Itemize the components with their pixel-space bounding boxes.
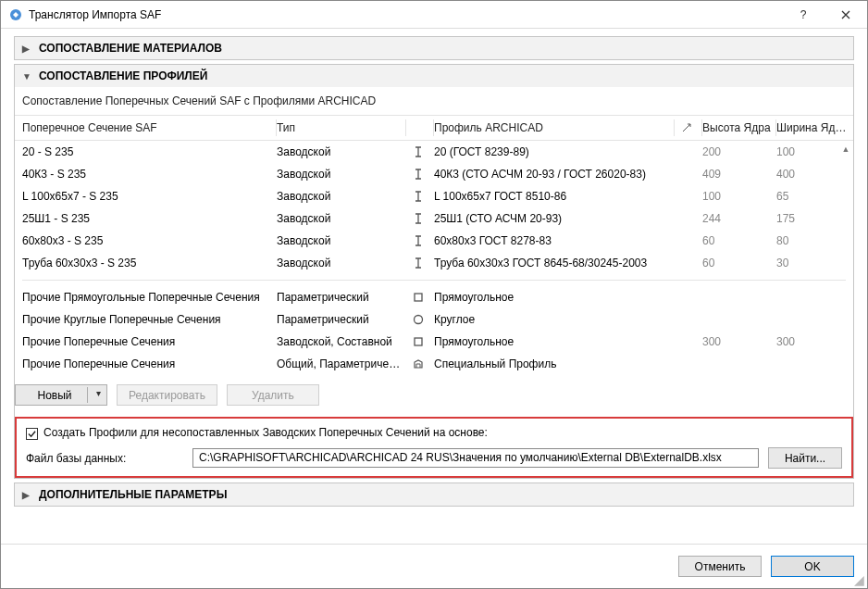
browse-button[interactable]: Найти...: [768, 447, 842, 469]
create-profiles-box: Создать Профили для несопоставленных Зав…: [15, 417, 853, 478]
table-row[interactable]: 20 - S 235Заводской20 (ГОСТ 8239-89)2001…: [22, 141, 846, 163]
profiles-description: Сопоставление Поперечных Сечений SAF с П…: [15, 94, 853, 115]
cell-profile: Круглое: [434, 313, 675, 326]
cell-height: 200: [702, 145, 776, 158]
cell-saf: Прочие Прямоугольные Поперечные Сечения: [22, 291, 277, 304]
cell-type: Заводской: [277, 212, 406, 225]
panel-extra-title: ДОПОЛНИТЕЛЬНЫЕ ПАРАМЕТРЫ: [39, 488, 227, 501]
shape-icon: [406, 291, 434, 304]
cell-height: 244: [702, 212, 776, 225]
delete-button[interactable]: Удалить: [227, 384, 319, 406]
table-row[interactable]: 25Ш1 - S 235Заводской25Ш1 (СТО АСЧМ 20-9…: [22, 207, 846, 230]
ibeam-icon: [406, 212, 434, 225]
cell-width: 65: [776, 190, 850, 203]
cell-profile: Специальный Профиль: [434, 357, 675, 370]
cell-profile: Прямоугольное: [434, 335, 675, 348]
cell-type: Заводской: [277, 145, 406, 158]
col-width[interactable]: Ширина Ядра: [776, 119, 850, 136]
close-button[interactable]: [825, 1, 867, 29]
content-area: ▶ СОПОСТАВЛЕНИЕ МАТЕРИАЛОВ ▼ СОПОСТАВЛЕН…: [14, 36, 854, 538]
scroll-up-icon[interactable]: ▲: [840, 143, 851, 156]
panel-materials: ▶ СОПОСТАВЛЕНИЕ МАТЕРИАЛОВ: [14, 36, 854, 60]
edit-button[interactable]: Редактировать: [117, 384, 217, 406]
cell-width: 30: [776, 257, 850, 269]
table-row[interactable]: 60x80x3 - S 235Заводской60x80x3 ГОСТ 827…: [22, 230, 846, 252]
panel-materials-title: СОПОСТАВЛЕНИЕ МАТЕРИАЛОВ: [39, 42, 222, 55]
cancel-button[interactable]: Отменить: [678, 556, 762, 577]
cell-profile: 60x80x3 ГОСТ 8278-83: [434, 234, 675, 247]
table-row[interactable]: Труба 60x30x3 - S 235ЗаводскойТруба 60x3…: [22, 252, 846, 274]
svg-rect-1: [415, 294, 422, 301]
table-separator: [22, 280, 846, 281]
chevron-right-icon: ▶: [22, 490, 33, 500]
cell-profile: 25Ш1 (СТО АСЧМ 20-93): [434, 212, 675, 225]
ok-button-label: OK: [804, 560, 820, 573]
table-header: Поперечное Сечение SAF Тип Профиль ARCHI…: [15, 115, 853, 141]
panel-materials-header[interactable]: ▶ СОПОСТАВЛЕНИЕ МАТЕРИАЛОВ: [15, 37, 853, 59]
edit-button-label: Редактировать: [129, 389, 205, 402]
cell-height: 60: [702, 234, 776, 247]
cancel-button-label: Отменить: [695, 560, 746, 573]
cell-type: Общий, Параметрический: [277, 357, 406, 370]
table-row[interactable]: Прочие Поперечные СеченияЗаводской, Сост…: [22, 331, 846, 353]
ibeam-icon: [406, 234, 434, 247]
table-row[interactable]: L 100x65x7 - S 235ЗаводскойL 100x65x7 ГО…: [22, 185, 846, 207]
browse-button-label: Найти...: [785, 452, 825, 465]
cell-height: 60: [702, 257, 776, 269]
cell-width: 100: [776, 145, 850, 158]
cell-saf: Прочие Поперечные Сечения: [22, 357, 277, 370]
cell-saf: Труба 60x30x3 - S 235: [22, 257, 277, 269]
ibeam-icon: [406, 190, 434, 203]
svg-point-2: [415, 316, 423, 324]
col-type-icon: [406, 119, 434, 136]
panel-profiles: ▼ СОПОСТАВЛЕНИЕ ПРОФИЛЕЙ Сопоставление П…: [14, 64, 854, 479]
col-saf[interactable]: Поперечное Сечение SAF: [22, 119, 277, 136]
dialog-footer: Отменить OK ◢: [1, 544, 867, 588]
cell-saf: Прочие Круглые Поперечные Сечения: [22, 313, 277, 326]
cell-profile: L 100x65x7 ГОСТ 8510-86: [434, 190, 675, 203]
help-button[interactable]: ?: [782, 1, 825, 29]
shape-icon: [406, 313, 434, 326]
chevron-right-icon: ▶: [22, 44, 33, 54]
panel-extra: ▶ ДОПОЛНИТЕЛЬНЫЕ ПАРАМЕТРЫ: [14, 482, 854, 507]
new-button[interactable]: Новый: [15, 384, 107, 406]
table-row[interactable]: Прочие Круглые Поперечные СеченияПарамет…: [22, 308, 846, 331]
cell-width: 400: [776, 168, 850, 181]
cell-saf: 20 - S 235: [22, 145, 277, 158]
cell-width: 300: [776, 335, 850, 348]
col-height[interactable]: Высота Ядра: [702, 119, 776, 136]
panel-extra-header[interactable]: ▶ ДОПОЛНИТЕЛЬНЫЕ ПАРАМЕТРЫ: [15, 483, 853, 506]
app-icon: [8, 7, 23, 22]
col-profile[interactable]: Профиль ARCHICAD: [434, 119, 675, 136]
cell-saf: 25Ш1 - S 235: [22, 212, 277, 225]
cell-type: Параметрический: [277, 313, 406, 326]
table-row[interactable]: Прочие Поперечные СеченияОбщий, Параметр…: [22, 353, 846, 375]
cell-height: 300: [702, 335, 776, 348]
cell-profile: 20 (ГОСТ 8239-89): [434, 145, 675, 158]
cell-saf: 40К3 - S 235: [22, 168, 277, 181]
panel-profiles-header[interactable]: ▼ СОПОСТАВЛЕНИЕ ПРОФИЛЕЙ: [15, 65, 853, 87]
cell-height: 409: [702, 168, 776, 181]
create-profiles-label: Создать Профили для несопоставленных Зав…: [43, 426, 488, 439]
cell-type: Заводской: [277, 257, 406, 269]
db-file-label: Файл базы данных:: [26, 452, 183, 465]
resize-grip-icon[interactable]: ◢: [854, 575, 865, 586]
ibeam-icon: [406, 145, 434, 158]
titlebar: Транслятор Импорта SAF ?: [1, 1, 867, 29]
cell-profile: Труба 60x30x3 ГОСТ 8645-68/30245-2003: [434, 257, 675, 269]
shape-icon: [406, 357, 434, 370]
create-profiles-checkbox[interactable]: [26, 428, 38, 440]
window-title: Транслятор Импорта SAF: [29, 8, 782, 21]
table-row[interactable]: Прочие Прямоугольные Поперечные СеченияП…: [22, 286, 846, 308]
db-file-path[interactable]: C:\GRAPHISOFT\ARCHICAD\ARCHICAD 24 RUS\З…: [192, 448, 759, 468]
shape-icon: [406, 335, 434, 348]
col-type[interactable]: Тип: [277, 119, 406, 136]
chevron-down-icon: ▼: [22, 71, 33, 81]
svg-rect-3: [415, 338, 422, 345]
ok-button[interactable]: OK: [771, 556, 854, 577]
dialog-window: Транслятор Импорта SAF ? ▶ СОПОСТАВЛЕНИЕ…: [0, 0, 868, 589]
cell-profile: 40К3 (СТО АСЧМ 20-93 / ГОСТ 26020-83): [434, 168, 675, 181]
table-rows-generic: Прочие Прямоугольные Поперечные СеченияП…: [15, 286, 853, 375]
table-row[interactable]: 40К3 - S 235Заводской40К3 (СТО АСЧМ 20-9…: [22, 163, 846, 185]
cell-type: Заводской: [277, 190, 406, 203]
